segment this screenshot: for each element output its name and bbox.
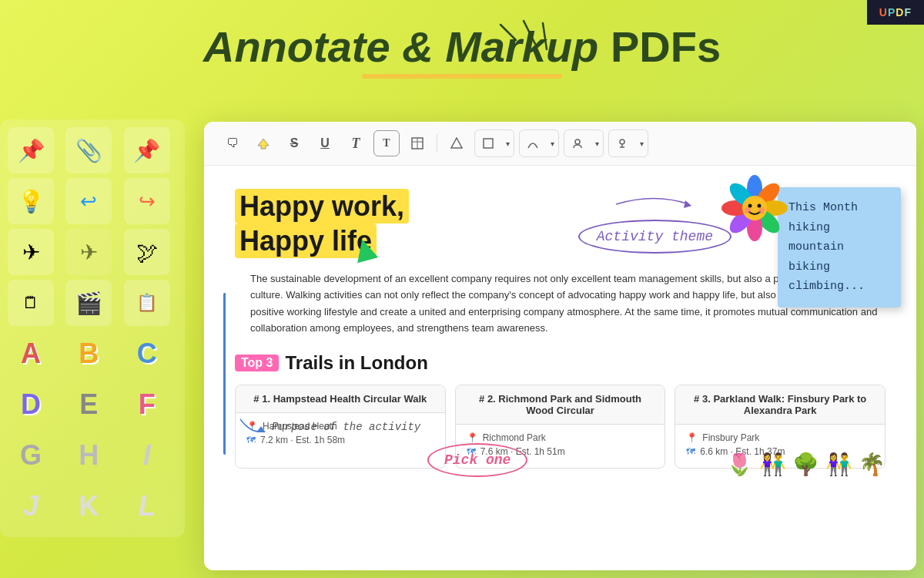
sticker-letter-G[interactable]: G bbox=[8, 432, 54, 479]
deco-squiggle bbox=[493, 17, 554, 55]
sticker-clapper[interactable]: 🎬 bbox=[65, 280, 112, 326]
sticker-bulb[interactable]: 💡 bbox=[8, 178, 54, 224]
stamp-tool[interactable] bbox=[564, 130, 591, 156]
signature-tool-group: ▾ bbox=[608, 129, 648, 157]
shape-tool-group: ▾ bbox=[474, 129, 514, 157]
sticker-letter-H[interactable]: H bbox=[65, 432, 112, 479]
textbox-tool[interactable]: T bbox=[373, 130, 400, 156]
pick-one-label: Pick one bbox=[444, 452, 511, 468]
sticker-letter-J[interactable]: J bbox=[8, 483, 54, 529]
arc-tool-group: ▾ bbox=[519, 129, 559, 157]
location-pin-3: 📍 bbox=[686, 432, 698, 443]
comment-tool[interactable]: 🗨 bbox=[219, 130, 246, 156]
draw-tool[interactable] bbox=[444, 130, 470, 156]
emoji-couple-1: 👫 bbox=[759, 452, 786, 477]
sticky-line-4: climbing... bbox=[788, 277, 890, 297]
stamp-dropdown[interactable]: ▾ bbox=[591, 130, 603, 156]
sticker-letter-I[interactable]: I bbox=[124, 432, 170, 479]
trail-3-location: Finsbury Park bbox=[702, 432, 759, 443]
sticker-notepad[interactable]: 📋 bbox=[124, 280, 170, 326]
svg-marker-26 bbox=[256, 426, 266, 432]
sticker-plane-1[interactable]: ✈ bbox=[8, 229, 54, 275]
top3-badge: Top 3 bbox=[235, 355, 279, 371]
signature-tool[interactable] bbox=[609, 130, 635, 156]
shape-tool[interactable] bbox=[475, 130, 501, 156]
svg-point-23 bbox=[758, 204, 762, 208]
trail-2-location: Richmond Park bbox=[483, 432, 546, 443]
underline-tool[interactable]: U bbox=[312, 130, 338, 156]
trail-2-rank: # 2. bbox=[479, 393, 498, 405]
flower-svg bbox=[720, 173, 789, 243]
svg-line-2 bbox=[543, 23, 547, 49]
map-icon-3: 🗺 bbox=[686, 446, 695, 457]
svg-point-24 bbox=[745, 207, 751, 213]
sticker-pushpin-red[interactable]: 📌 bbox=[8, 127, 54, 173]
pdf-toolbar: 🗨 S U T T ▾ ▾ ▾ bbox=[204, 122, 916, 166]
trail-3-header: # 3. Parkland Walk: Finsbury Park to Ale… bbox=[675, 385, 885, 425]
sticker-arrow-left[interactable]: ↩ bbox=[65, 178, 112, 224]
emoji-tree: 🌳 bbox=[792, 452, 819, 477]
top3-text: Trails in London bbox=[285, 352, 427, 374]
svg-point-8 bbox=[575, 139, 580, 144]
trail-3-rank: # 3. bbox=[694, 393, 713, 405]
trail-1-name: Hampstead Health Circular Walk bbox=[273, 393, 427, 405]
theme-arrow-svg bbox=[608, 189, 701, 220]
heading-highlight-1: Happy work, bbox=[235, 189, 409, 223]
emoji-tulip: 🌷 bbox=[726, 452, 753, 477]
flower-decoration bbox=[720, 173, 789, 257]
sticker-letter-F[interactable]: F bbox=[124, 381, 170, 428]
sticker-pushpin-orange[interactable]: 📌 bbox=[124, 127, 170, 173]
sticker-letter-L[interactable]: L bbox=[124, 483, 170, 529]
title-underline bbox=[362, 74, 562, 79]
strikethrough-tool[interactable]: S bbox=[281, 130, 307, 156]
sticky-line-2: hiking bbox=[788, 218, 890, 238]
pick-one-bubble[interactable]: Pick one bbox=[427, 443, 527, 477]
updf-badge: UPDF bbox=[867, 0, 924, 25]
text-tool[interactable]: T bbox=[343, 130, 369, 156]
top3-heading: Top 3 Trails in London bbox=[235, 352, 886, 374]
arc-tool[interactable] bbox=[520, 130, 546, 156]
separator-1 bbox=[437, 134, 437, 153]
sticker-arrow-right[interactable]: ↪ bbox=[124, 178, 170, 224]
sticker-pin-blue[interactable]: 📎 bbox=[65, 127, 112, 173]
svg-point-22 bbox=[748, 204, 752, 208]
sticker-letter-E[interactable]: E bbox=[65, 381, 112, 428]
stamp-tool-group: ▾ bbox=[564, 129, 604, 157]
sticky-line-3: mountain biking bbox=[788, 237, 890, 277]
sticky-note[interactable]: This Month hiking mountain biking climbi… bbox=[778, 187, 901, 307]
emoji-decoration-row: 🌷 👫 🌳 👫 🌴 bbox=[726, 452, 886, 477]
emoji-palm: 🌴 bbox=[859, 452, 886, 477]
arc-dropdown[interactable]: ▾ bbox=[546, 130, 558, 156]
pdf-content-area: Happy work, Happy life Activity theme Th… bbox=[204, 166, 916, 568]
svg-point-9 bbox=[620, 139, 624, 144]
svg-point-25 bbox=[758, 207, 765, 213]
sticker-bird[interactable]: 🕊 bbox=[124, 229, 170, 275]
trail-1-rank: # 1. bbox=[253, 393, 273, 405]
bracket-annotation bbox=[223, 293, 226, 455]
sticker-letter-D[interactable]: D bbox=[8, 381, 54, 428]
purpose-arrow bbox=[236, 415, 267, 439]
sticker-letter-B[interactable]: B bbox=[65, 331, 112, 377]
location-pin-2: 📍 bbox=[467, 432, 478, 443]
shape-dropdown[interactable]: ▾ bbox=[501, 130, 514, 156]
signature-dropdown[interactable]: ▾ bbox=[635, 130, 648, 156]
sticker-letter-K[interactable]: K bbox=[65, 483, 112, 529]
sticker-plane-2[interactable]: ✈ bbox=[65, 229, 112, 275]
highlight-tool[interactable] bbox=[250, 130, 276, 156]
trail-2-name: Richmond Park and Sidmouth Wood Circular bbox=[498, 393, 641, 416]
sticker-letter-A[interactable]: A bbox=[8, 331, 54, 377]
page-header: Annotate & Markup PDFs bbox=[0, 0, 924, 94]
sticker-pencil[interactable]: 🗒 bbox=[8, 280, 54, 326]
trail-1-header: # 1. Hampstead Health Circular Walk bbox=[236, 385, 445, 413]
title-pdfs: PDFs bbox=[598, 22, 721, 71]
sticker-letter-C[interactable]: C bbox=[124, 331, 170, 377]
table-tool[interactable] bbox=[404, 130, 430, 156]
svg-line-0 bbox=[500, 25, 516, 40]
activity-theme-annotation: Activity theme bbox=[578, 189, 732, 254]
svg-marker-12 bbox=[684, 200, 691, 208]
emoji-couple-2: 👫 bbox=[825, 452, 852, 477]
theme-bubble: Activity theme bbox=[578, 220, 732, 254]
sticky-line-1: This Month bbox=[788, 198, 890, 218]
trail-3-location-row: 📍 Finsbury Park bbox=[686, 432, 874, 443]
pdf-viewer: 🗨 S U T T ▾ ▾ ▾ bbox=[204, 122, 916, 570]
